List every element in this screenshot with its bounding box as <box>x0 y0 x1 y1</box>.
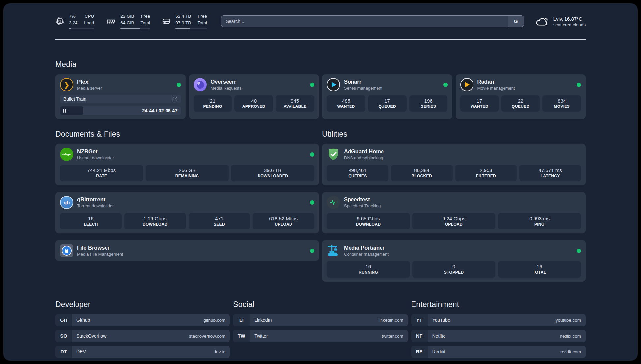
bookmark-url: reddit.com <box>560 349 581 354</box>
stat-download: 9.65 GbpsDOWNLOAD <box>327 213 410 229</box>
scattered-clouds-icon <box>535 16 549 27</box>
cpu-usage-label: CPU <box>84 13 94 20</box>
cpu-stat: 7% 3.24 CPU Load <box>55 13 94 29</box>
disk-free-label: Free <box>198 13 207 20</box>
cpu-load-value: 3.24 <box>69 20 77 26</box>
stat-wanted: 17WANTED <box>460 95 499 112</box>
bookmark-url: netflix.com <box>560 334 581 339</box>
app-name: Speedtest <box>344 197 381 203</box>
bookmark-name: YouTube <box>432 318 450 323</box>
stat-queued: 17QUEUED <box>368 95 407 112</box>
ram-stat: 22 GiB 64 GiB Free Total <box>106 13 150 29</box>
section-title-entertainment: Entertainment <box>411 300 586 309</box>
nzbget-card[interactable]: nzbget NZBGet Usenet downloader 744.21 M… <box>55 144 319 185</box>
bookmark-abbr: YT <box>411 314 428 326</box>
status-dot <box>177 83 181 87</box>
disk-total-value: 97.9 TB <box>175 20 191 26</box>
section-title-developer: Developer <box>55 300 230 309</box>
sonarr-card[interactable]: Sonarr Series management 485WANTED 17QUE… <box>322 74 452 119</box>
ram-free-value: 22 GiB <box>120 13 134 20</box>
stat-blocked: 86,384BLOCKED <box>391 165 453 181</box>
session-icon <box>172 96 178 102</box>
section-developer: Developer GH Githubgithub.com SO StackOv… <box>55 300 230 358</box>
stat-queries: 498,461QUERIES <box>327 165 388 181</box>
ram-progress-bar <box>120 28 150 29</box>
google-search-button[interactable]: G <box>508 16 524 27</box>
speedtest-card[interactable]: Speedtest Speedtest Tracking 9.65 GbpsDO… <box>322 192 586 233</box>
bookmark-linkedin[interactable]: LI LinkedInlinkedin.com <box>233 314 408 326</box>
portainer-card[interactable]: Media Portainer Container management 16R… <box>322 240 586 282</box>
bookmark-abbr: DT <box>55 346 72 358</box>
status-dot <box>310 249 314 253</box>
ram-icon <box>106 18 116 25</box>
bookmark-netflix[interactable]: NF Netflixnetflix.com <box>411 330 586 342</box>
stat-filtered: 2,953FILTERED <box>455 165 517 181</box>
section-social: Social LI LinkedInlinkedin.com TW Twitte… <box>233 300 408 358</box>
weather-widget[interactable]: Lviv, 16.87°C scattered clouds <box>535 15 586 27</box>
status-dot <box>310 152 314 157</box>
plex-card[interactable]: ❯ Plex Media server Bullet Train <box>55 74 186 119</box>
bookmark-name: Reddit <box>432 349 445 354</box>
app-subtitle: Media server <box>77 86 102 91</box>
speedtest-icon <box>327 196 340 209</box>
bookmark-stackoverflow[interactable]: SO StackOverflowstackoverflow.com <box>55 330 230 342</box>
app-name: Plex <box>77 79 102 85</box>
bookmark-abbr: NF <box>411 330 428 342</box>
stat-series: 196SERIES <box>409 95 448 112</box>
adguard-card[interactable]: AdGuard Home DNS and adblocking 498,461Q… <box>322 144 586 185</box>
overseerr-card[interactable]: Overseerr Media Requests 21PENDING 40APP… <box>189 74 319 119</box>
app-name: NZBGet <box>77 148 114 155</box>
section-title-documents: Documents & Files <box>55 130 319 138</box>
pause-icon[interactable] <box>63 109 66 113</box>
app-name: Media Portainer <box>344 245 389 251</box>
stat-remaining: 266 GBREMAINING <box>146 165 229 181</box>
plex-icon: ❯ <box>60 78 73 91</box>
sonarr-icon <box>327 78 340 91</box>
status-dot <box>443 83 448 87</box>
bookmark-reddit[interactable]: RE Redditreddit.com <box>411 346 586 358</box>
header-divider <box>55 39 586 40</box>
stat-total: 16TOTAL <box>498 261 581 278</box>
app-subtitle: Series management <box>344 86 382 91</box>
bookmark-dev[interactable]: DT DEVdev.to <box>55 346 230 358</box>
disk-free-value: 52.4 TB <box>175 13 191 20</box>
cpu-icon <box>55 17 64 26</box>
app-subtitle: DNS and adblocking <box>344 155 384 160</box>
section-utilities: Utilities AdGuard Home DNS and adblock <box>322 130 586 282</box>
section-title-social: Social <box>233 300 408 309</box>
stat-leech: 16LEECH <box>60 213 122 229</box>
now-playing-title: Bullet Train <box>63 96 86 102</box>
bookmark-youtube[interactable]: YT YouTubeyoutube.com <box>411 314 586 326</box>
section-media: Media ❯ Plex Media server Bullet Train <box>55 60 586 119</box>
weather-condition: scattered clouds <box>553 22 586 27</box>
search-bar: G <box>221 15 524 27</box>
playback-progress-bar[interactable]: 24:44 / 02:06:47 <box>60 106 181 115</box>
bookmark-twitter[interactable]: TW Twittertwitter.com <box>233 330 408 342</box>
app-subtitle: Media File Management <box>77 252 123 257</box>
qbittorrent-card[interactable]: qb qBittorrent Torrent downloader 16LEEC… <box>55 192 319 233</box>
playback-time: 24:44 / 02:06:47 <box>142 108 181 113</box>
status-dot <box>310 83 314 87</box>
ram-free-label: Free <box>141 13 150 20</box>
stat-ping: 0.993 msPING <box>498 213 581 229</box>
stat-wanted: 485WANTED <box>327 95 365 112</box>
search-input[interactable] <box>221 16 508 27</box>
filebrowser-card[interactable]: File Browser Media File Management <box>55 240 319 261</box>
nzbget-icon: nzbget <box>60 148 73 161</box>
bookmark-name: Github <box>76 318 90 323</box>
stat-movies: 834MOVIES <box>542 95 581 112</box>
radarr-card[interactable]: Radarr Movie management 17WANTED 22QUEUE… <box>456 74 586 119</box>
now-playing-row: Bullet Train <box>60 95 181 103</box>
bookmark-github[interactable]: GH Githubgithub.com <box>55 314 230 326</box>
app-name: File Browser <box>77 245 123 251</box>
header: 7% 3.24 CPU Load <box>55 3 586 29</box>
section-title-utilities: Utilities <box>322 130 586 138</box>
app-subtitle: Movie management <box>477 86 515 91</box>
radarr-icon <box>460 78 473 91</box>
status-dot <box>577 83 581 87</box>
bookmark-url: youtube.com <box>556 318 581 323</box>
qbittorrent-icon: qb <box>60 196 73 209</box>
stat-upload: 618.52 MbpsUPLOAD <box>253 213 314 229</box>
disk-stat: 52.4 TB 97.9 TB Free Total <box>162 13 207 29</box>
stat-rate: 744.21 MbpsRATE <box>60 165 143 181</box>
